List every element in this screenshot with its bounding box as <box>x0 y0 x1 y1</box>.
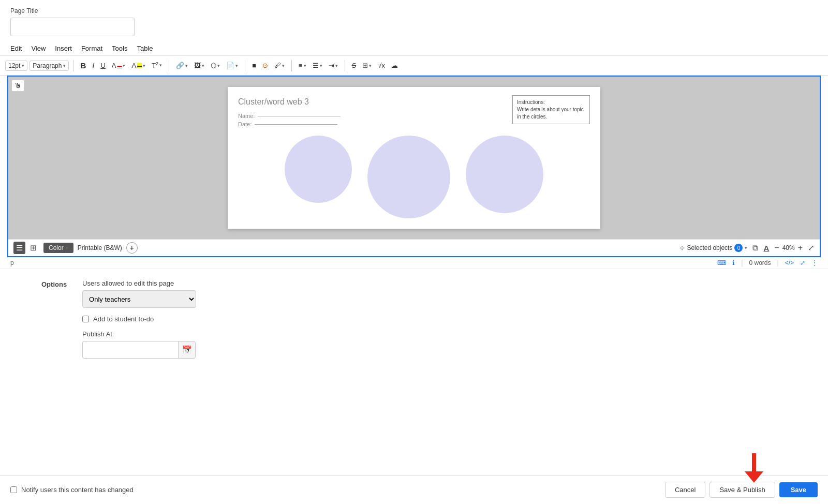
color-dropdown-button[interactable]: Color ▾ <box>43 243 73 253</box>
editor-wrapper: 🖱 Cluster/word web 3 Name: Date: Instruc… <box>7 76 821 257</box>
page-title-label: Page Title <box>10 7 818 14</box>
student-todo-row: Add to student to-do <box>82 315 196 323</box>
editor-bottom-bar: ☰ ⊞ Color ▾ Printable (B&W) + ⊹ Selected… <box>8 239 820 256</box>
circle-1 <box>285 136 352 203</box>
highlight-button[interactable]: A ▬ ▾ <box>129 60 148 71</box>
circle-2 <box>367 136 450 218</box>
selected-count-badge: 0 <box>734 244 743 252</box>
instructions-title: Instructions: <box>517 99 585 106</box>
page-title-input[interactable] <box>10 18 135 36</box>
page-content: Cluster/word web 3 Name: Date: Instructi… <box>228 87 600 229</box>
student-todo-checkbox[interactable] <box>82 316 89 322</box>
canvas-area[interactable]: Cluster/word web 3 Name: Date: Instructi… <box>8 77 820 239</box>
toolbar: 12pt ▾ Paragraph ▾ B I U A ▬ ▾ A ▬ ▾ T2 … <box>0 56 828 76</box>
menu-table[interactable]: Table <box>137 45 153 52</box>
paragraph-group: Paragraph ▾ <box>29 61 69 71</box>
publish-at-section: Publish At 📅 <box>82 330 196 359</box>
menu-view[interactable]: View <box>31 45 46 52</box>
arrow-indicator <box>745 453 763 483</box>
name-line <box>258 116 341 116</box>
orange-button[interactable]: ⊙ <box>260 60 271 71</box>
users-allowed-select[interactable]: Only teachers Teachers and Students Ever… <box>82 290 196 308</box>
table-button[interactable]: ⊞▾ <box>360 60 374 71</box>
publish-at-label: Publish At <box>82 330 196 338</box>
view-toggle: ☰ ⊞ <box>13 242 39 254</box>
italic-button[interactable]: I <box>90 60 97 71</box>
align-button[interactable]: ≡▾ <box>296 60 309 71</box>
selected-icon: ⊹ <box>679 244 685 251</box>
editor-drag-icon[interactable]: 🖱 <box>11 80 24 92</box>
bottom-actions: Cancel Save & Publish Save <box>665 482 818 498</box>
notify-row: Notify users this content has changed <box>10 486 134 494</box>
instructions-box: Instructions: Write details about your t… <box>512 95 590 124</box>
word-count: 0 words <box>749 259 771 266</box>
users-allowed-label: Users allowed to edit this page <box>82 279 196 287</box>
special-group: ■ ⊙ 🖋▾ <box>249 60 287 71</box>
selected-objects-button[interactable]: ⊹ Selected objects 0 ▾ <box>679 244 747 252</box>
black-square-button[interactable]: ■ <box>249 60 259 71</box>
layers-button[interactable]: ⧉ <box>752 243 758 253</box>
cancel-button[interactable]: Cancel <box>665 482 705 498</box>
text-color-icon-button[interactable]: A <box>763 244 769 253</box>
zoom-in-button[interactable]: + <box>798 243 803 253</box>
circles-row <box>238 136 590 218</box>
font-size-group: 12pt ▾ <box>5 61 27 71</box>
font-size-caret: ▾ <box>22 63 24 68</box>
add-page-button[interactable]: + <box>126 242 138 254</box>
link-media-group: 🔗▾ 🖼▾ ⬡▾ 📄▾ <box>173 60 241 71</box>
zoom-controls: − 40% + <box>774 243 803 253</box>
zoom-out-button[interactable]: − <box>774 243 779 253</box>
save-publish-button[interactable]: Save & Publish <box>709 482 775 498</box>
printable-button[interactable]: Printable (B&W) <box>78 244 122 251</box>
options-content: Users allowed to edit this page Only tea… <box>82 279 196 359</box>
superscript-button[interactable]: T2 ▾ <box>149 60 165 71</box>
arrow-head <box>745 471 763 483</box>
bold-button[interactable]: B <box>78 60 88 71</box>
options-section: Options Users allowed to edit this page … <box>0 269 828 369</box>
link-button[interactable]: 🔗▾ <box>173 60 190 71</box>
notify-checkbox[interactable] <box>10 486 17 493</box>
strikethrough-button[interactable]: S <box>349 60 359 71</box>
underline-button[interactable]: U <box>98 60 108 71</box>
menu-tools[interactable]: Tools <box>112 45 127 52</box>
cloud-button[interactable]: ☁ <box>389 60 401 71</box>
circle-3 <box>466 136 543 213</box>
keyboard-button[interactable]: ⌨ <box>717 259 726 266</box>
menu-insert[interactable]: Insert <box>55 45 72 52</box>
stamp-button[interactable]: 🖋▾ <box>272 60 287 71</box>
status-more-button[interactable]: ⋮ <box>811 259 818 266</box>
publish-at-input[interactable] <box>82 341 178 359</box>
notify-label: Notify users this content has changed <box>21 486 134 494</box>
paragraph-dropdown[interactable]: Paragraph ▾ <box>29 61 69 71</box>
menu-format[interactable]: Format <box>81 45 102 52</box>
separator-4 <box>291 60 292 71</box>
save-button[interactable]: Save <box>779 482 818 497</box>
image-button[interactable]: 🖼▾ <box>191 60 207 71</box>
publish-at-input-row: 📅 <box>82 341 196 359</box>
tag-indicator: p <box>10 259 14 266</box>
list-view-button[interactable]: ☰ <box>13 242 25 254</box>
options-row: Options Users allowed to edit this page … <box>41 279 818 359</box>
status-right: ⌨ ℹ | 0 words | </> ⤢ ⋮ <box>717 259 818 266</box>
info-button[interactable]: ℹ <box>732 259 735 266</box>
page-title-area: Page Title <box>0 0 828 41</box>
font-size-dropdown[interactable]: 12pt ▾ <box>5 61 27 71</box>
text-color-button[interactable]: A ▬ ▾ <box>109 60 128 71</box>
math-button[interactable]: √x <box>375 60 388 71</box>
status-expand-button[interactable]: ⤢ <box>800 259 805 266</box>
indent-button[interactable]: ⇥▾ <box>326 60 341 71</box>
date-line <box>255 124 337 125</box>
doc-button[interactable]: 📄▾ <box>224 60 241 71</box>
list-button[interactable]: ☰▾ <box>310 60 325 71</box>
layout-group: ≡▾ ☰▾ ⇥▾ <box>296 60 341 71</box>
status-divider-1: | <box>741 259 743 266</box>
paragraph-caret: ▾ <box>63 63 66 68</box>
arrow-shaft <box>752 453 756 471</box>
embed-button[interactable]: ⬡▾ <box>208 60 223 71</box>
expand-button[interactable]: ⤢ <box>808 243 815 253</box>
calendar-button[interactable]: 📅 <box>178 341 196 359</box>
grid-view-button[interactable]: ⊞ <box>27 242 39 254</box>
menu-edit[interactable]: Edit <box>10 45 22 52</box>
code-button[interactable]: </> <box>785 259 794 266</box>
status-divider-2: | <box>777 259 779 266</box>
